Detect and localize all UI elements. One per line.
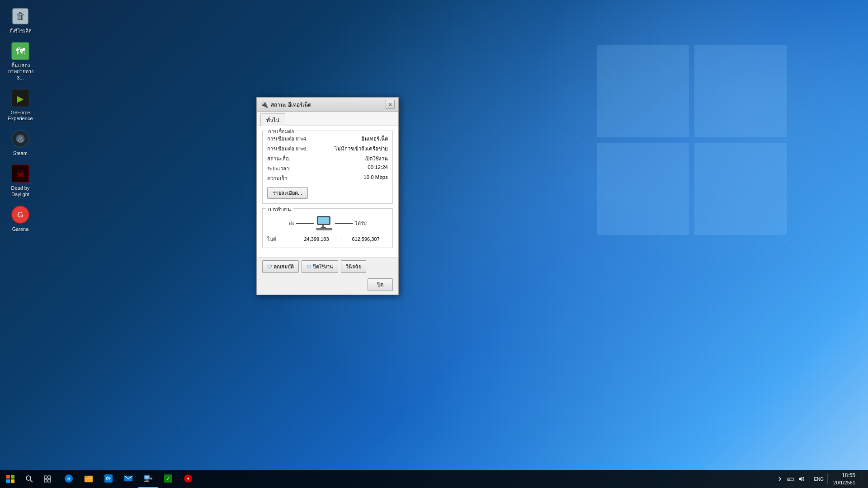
language-indicator[interactable]: ENG <box>812 477 826 482</box>
close-main-button[interactable]: ปิด <box>368 278 393 291</box>
dialog-titlebar: 🔌 สถานะ อีเทอร์เน็ต ✕ <box>257 98 398 112</box>
ipv4-label: การเชื่อมต่อ IPv4: <box>267 135 307 143</box>
steam-icon: ♨ <box>10 129 30 149</box>
svg-text:G: G <box>17 210 23 219</box>
svg-text:🛍: 🛍 <box>106 475 111 482</box>
recv-diagram-label: ได้รับ <box>355 219 367 227</box>
taskbar-edge[interactable]: e <box>59 470 79 488</box>
dialog-title-text: สถานะ อีเทอร์เน็ต <box>271 100 383 109</box>
desktop-icons-area: 🗑 ถังรีไซเคิล 🗺 ดิ้นแสดงภาพถ่ายทาง 3... … <box>2 5 38 234</box>
tray-volume-icon[interactable] <box>797 474 806 483</box>
start-button[interactable] <box>0 470 20 488</box>
tray-chevron[interactable] <box>775 474 784 483</box>
svg-rect-27 <box>48 479 51 482</box>
svg-rect-32 <box>85 478 92 479</box>
state-row: สถานะสื่อ: เปิดใช้งาน <box>267 155 388 163</box>
taskbar-store[interactable]: 🛍 <box>99 470 118 488</box>
search-button[interactable] <box>20 470 38 488</box>
dialog-tabs: ทั่วไป <box>257 112 398 126</box>
bytes-received: 612,596,307 <box>344 236 388 242</box>
desktop-icon-steam[interactable]: ♨ Steam <box>2 127 38 158</box>
desktop-icon-recycle[interactable]: 🗑 ถังรีไซเคิล <box>2 5 38 36</box>
svg-text:▶: ▶ <box>17 94 24 103</box>
map3d-icon-label: ดิ้นแสดงภาพถ่ายทาง 3... <box>4 63 37 81</box>
recv-line <box>335 223 353 224</box>
svg-rect-25 <box>48 476 51 479</box>
geforce-icon-label: GeForce Experience <box>4 110 37 122</box>
bytes-label: ไบต์ <box>267 235 294 243</box>
network-diagram: ส่ง <box>267 212 388 233</box>
connection-legend: การเชื่อมต่อ <box>266 127 296 136</box>
diagnose-button[interactable]: วินิจฉัย <box>341 260 366 273</box>
taskbar-mail[interactable] <box>118 470 138 488</box>
desktop: 🗑 ถังรีไซเคิล 🗺 ดิ้นแสดงภาพถ่ายทาง 3... … <box>0 0 868 488</box>
ipv4-value: อินเทอร์เน็ต <box>361 135 388 143</box>
show-desktop-button[interactable] <box>862 474 864 483</box>
svg-rect-40 <box>144 481 149 482</box>
desktop-icon-map3d[interactable]: 🗺 ดิ้นแสดงภาพถ่ายทาง 3... <box>2 39 38 83</box>
bytes-row: ไบต์ 24,399,183 | 612,596,307 <box>267 235 388 243</box>
bytes-divider: | <box>339 236 344 242</box>
activity-section: การทำงาน ส่ง <box>262 208 393 248</box>
disable-button[interactable]: 🛡 ปิดใช้งาน <box>302 260 338 273</box>
connection-section: การเชื่อมต่อ การเชื่อมต่อ IPv4: อินเทอร์… <box>262 131 393 204</box>
svg-rect-21 <box>11 479 14 483</box>
taskbar-greenapp[interactable]: ✓ <box>158 470 178 488</box>
svg-point-22 <box>26 476 31 480</box>
details-button[interactable]: รายละเอียด... <box>267 187 308 199</box>
taskbar-pinned-apps: e 🛍 <box>59 470 198 488</box>
taskbar-explorer[interactable] <box>79 470 99 488</box>
clock-date: 20/1/2561 <box>833 479 855 486</box>
systray-icons <box>774 474 808 483</box>
deadbydaylight-icon-label: Dead by Daylight <box>4 185 37 197</box>
bytes-sent: 24,399,183 <box>294 236 339 242</box>
svg-rect-38 <box>146 479 147 480</box>
task-view-button[interactable] <box>38 470 57 488</box>
desktop-icon-garena[interactable]: G Garena <box>2 203 38 234</box>
svg-rect-20 <box>6 479 10 483</box>
recycle-icon-label: ถังรีไซเคิล <box>9 28 32 34</box>
duration-row: ระยะเวลา: 00:12:24 <box>267 164 388 173</box>
taskbar: e 🛍 <box>0 470 868 488</box>
ipv6-value: ไม่มีการเข้าถึงเครือข่าย <box>335 145 388 153</box>
svg-text:✓: ✓ <box>166 475 170 482</box>
send-line <box>296 223 314 224</box>
network-computer-icon <box>316 216 333 230</box>
tab-general[interactable]: ทั่วไป <box>260 113 285 126</box>
svg-rect-24 <box>44 476 47 479</box>
svg-text:🗑: 🗑 <box>16 11 25 21</box>
speed-row: ความเร็ว: 10.0 Mbps <box>267 174 388 183</box>
ipv6-row: การเชื่อมต่อ IPv6: ไม่มีการเข้าถึงเครือข… <box>267 145 388 153</box>
shield-icon: 🛡 <box>267 264 272 269</box>
svg-text:✦: ✦ <box>186 476 190 481</box>
map3d-icon: 🗺 <box>10 41 30 61</box>
recycle-icon: 🗑 <box>10 6 30 26</box>
dialog-close-button[interactable]: ✕ <box>386 100 395 109</box>
taskbar-redapp[interactable]: ✦ <box>178 470 198 488</box>
svg-rect-19 <box>11 475 14 479</box>
svg-rect-17 <box>316 228 332 230</box>
properties-button[interactable]: 🛡 คุณสมบัติ <box>262 260 299 273</box>
dialog-footer-buttons: 🛡 คุณสมบัติ 🛡 ปิดใช้งาน วินิจฉัย <box>257 257 398 277</box>
state-value: เปิดใช้งาน <box>364 155 388 163</box>
garena-icon: G <box>10 205 30 225</box>
speed-label: ความเร็ว: <box>267 174 288 183</box>
desktop-icon-deadbydaylight[interactable]: ☠ Dead by Daylight <box>2 162 38 199</box>
windows-logo-watermark <box>597 45 787 235</box>
taskbar-network[interactable] <box>138 470 158 488</box>
dialog-body: การเชื่อมต่อ การเชื่อมต่อ IPv4: อินเทอร์… <box>257 126 398 257</box>
shield-disable-icon: 🛡 <box>307 264 311 269</box>
desktop-icon-geforce[interactable]: ▶ GeForce Experience <box>2 86 38 123</box>
speed-value: 10.0 Mbps <box>363 174 388 183</box>
svg-line-23 <box>30 480 33 482</box>
duration-value: 00:12:24 <box>368 164 388 173</box>
taskbar-clock[interactable]: 18:55 20/1/2561 <box>830 472 859 486</box>
svg-rect-39 <box>145 480 149 481</box>
svg-rect-16 <box>321 227 326 228</box>
ipv4-row: การเชื่อมต่อ IPv4: อินเทอร์เน็ต <box>267 135 388 143</box>
svg-rect-37 <box>145 476 149 479</box>
ipv6-label: การเชื่อมต่อ IPv6: <box>267 145 307 153</box>
taskbar-right: ENG 18:55 20/1/2561 <box>774 472 868 486</box>
tray-network-icon[interactable] <box>786 474 795 483</box>
state-label: สถานะสื่อ: <box>267 155 290 163</box>
